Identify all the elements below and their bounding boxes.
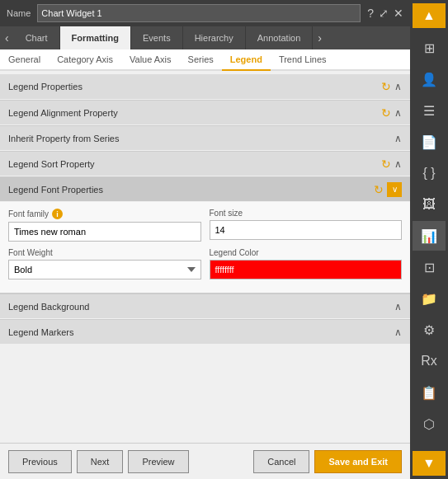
close-icon[interactable]: ✕ bbox=[394, 7, 403, 20]
font-weight-group: Font Weight Thin Light Normal Bold Bolde… bbox=[8, 248, 201, 279]
font-size-group: Font size bbox=[210, 209, 403, 242]
move-icon[interactable]: ⤢ bbox=[379, 7, 389, 20]
section-legend-alignment[interactable]: Legend Alignment Property ↻ ∧ bbox=[0, 100, 410, 124]
section-inherit-property[interactable]: Inherit Property from Series ∧ bbox=[0, 125, 410, 150]
legend-font-expanded: Font family i Font size Font Weight Thin… bbox=[0, 202, 410, 294]
header-icons: ? ⤢ ✕ bbox=[367, 7, 403, 20]
tab-prev-btn[interactable]: ‹ bbox=[0, 26, 14, 49]
name-label: Name bbox=[7, 8, 31, 18]
main-tab-bar: ‹ Chart Formatting Events Hierarchy Anno… bbox=[0, 26, 410, 49]
chevron-legend-background-icon[interactable]: ∧ bbox=[394, 301, 402, 312]
sidebar-table-icon[interactable]: ⊡ bbox=[413, 252, 446, 282]
sidebar-chart-icon[interactable]: 📊 bbox=[413, 221, 446, 251]
tab-series[interactable]: Series bbox=[180, 49, 222, 71]
footer: Previous Next Preview Cancel Save and Ex… bbox=[0, 443, 410, 479]
section-legend-sort[interactable]: Legend Sort Property ↻ ∧ bbox=[0, 151, 410, 176]
sidebar-grid-icon[interactable]: ⊞ bbox=[413, 33, 446, 63]
chevron-legend-properties-icon[interactable]: ∧ bbox=[394, 81, 402, 92]
tab-hierarchy[interactable]: Hierarchy bbox=[183, 26, 246, 49]
refresh-legend-sort-icon[interactable]: ↻ bbox=[381, 157, 391, 171]
sidebar-settings-icon[interactable]: ⚙ bbox=[413, 315, 446, 345]
font-family-group: Font family i bbox=[8, 209, 201, 242]
previous-button[interactable]: Previous bbox=[8, 450, 72, 473]
help-icon[interactable]: ? bbox=[367, 7, 374, 20]
font-family-input[interactable] bbox=[8, 222, 201, 242]
sidebar-image-icon[interactable]: 🖼 bbox=[413, 190, 446, 219]
sidebar-download-icon[interactable]: ▼ bbox=[413, 451, 446, 476]
legend-color-group: Legend Color ffffffff bbox=[210, 248, 403, 279]
tab-trend-lines[interactable]: Trend Lines bbox=[271, 49, 335, 71]
sidebar-code-icon[interactable]: { } bbox=[413, 158, 446, 188]
tab-next-btn[interactable]: › bbox=[313, 26, 327, 49]
sidebar-clipboard-icon[interactable]: 📋 bbox=[413, 378, 446, 407]
font-size-label: Font size bbox=[210, 209, 403, 218]
preview-button[interactable]: Preview bbox=[128, 450, 188, 473]
right-sidebar: ▲ ⊞ 👤 ☰ 📄 { } 🖼 📊 ⊡ 📁 ⚙ Rx 📋 ⬡ ▼ bbox=[410, 0, 448, 479]
sidebar-user-icon[interactable]: 👤 bbox=[413, 64, 446, 94]
cancel-button[interactable]: Cancel bbox=[253, 450, 309, 473]
font-family-label: Font family i bbox=[8, 209, 201, 219]
font-weight-row: Font Weight Thin Light Normal Bold Bolde… bbox=[8, 248, 402, 279]
section-legend-properties[interactable]: Legend Properties ↻ ∧ bbox=[0, 74, 410, 99]
chevron-inherit-property-icon[interactable]: ∧ bbox=[394, 133, 402, 144]
font-weight-label: Font Weight bbox=[8, 248, 201, 257]
sidebar-rx-icon[interactable]: Rx bbox=[413, 346, 446, 376]
section-legend-markers[interactable]: Legend Markers ∧ bbox=[0, 319, 410, 344]
save-exit-button[interactable]: Save and Exit bbox=[314, 450, 402, 473]
tab-annotation[interactable]: Annotation bbox=[246, 26, 314, 49]
chevron-legend-font-icon[interactable]: ∨ bbox=[387, 182, 402, 197]
header: Name ? ⤢ ✕ bbox=[0, 0, 410, 26]
tab-events[interactable]: Events bbox=[131, 26, 183, 49]
chevron-legend-markers-icon[interactable]: ∧ bbox=[394, 326, 402, 338]
tab-formatting[interactable]: Formatting bbox=[60, 26, 131, 49]
tab-value-axis[interactable]: Value Axis bbox=[121, 49, 180, 71]
tab-general[interactable]: General bbox=[0, 49, 49, 71]
chevron-legend-alignment-icon[interactable]: ∧ bbox=[394, 107, 402, 119]
font-family-row: Font family i Font size bbox=[8, 209, 402, 242]
refresh-legend-alignment-icon[interactable]: ↻ bbox=[381, 106, 391, 120]
tab-legend[interactable]: Legend bbox=[222, 49, 271, 71]
refresh-legend-properties-icon[interactable]: ↻ bbox=[381, 80, 391, 93]
sidebar-file-icon[interactable]: 📄 bbox=[413, 127, 446, 157]
refresh-legend-font-icon[interactable]: ↻ bbox=[374, 183, 384, 196]
sidebar-folder-icon[interactable]: 📁 bbox=[413, 284, 446, 313]
font-weight-select[interactable]: Thin Light Normal Bold Bolder bbox=[8, 260, 201, 279]
sidebar-list-icon[interactable]: ☰ bbox=[413, 96, 446, 125]
next-button[interactable]: Next bbox=[77, 450, 124, 473]
section-legend-font[interactable]: Legend Font Properties ↻ ∨ bbox=[0, 176, 410, 201]
sidebar-layers-icon[interactable]: ⬡ bbox=[413, 409, 446, 439]
content-area: Legend Properties ↻ ∧ Legend Alignment P… bbox=[0, 71, 410, 443]
tab-chart[interactable]: Chart bbox=[14, 26, 60, 49]
sub-tab-bar: General Category Axis Value Axis Series … bbox=[0, 49, 410, 71]
legend-color-swatch[interactable]: ffffffff bbox=[210, 260, 403, 279]
tab-category-axis[interactable]: Category Axis bbox=[49, 49, 121, 71]
legend-color-label: Legend Color bbox=[210, 248, 403, 257]
title-input[interactable] bbox=[37, 4, 361, 22]
sidebar-upload-icon[interactable]: ▲ bbox=[413, 3, 446, 28]
section-legend-background[interactable]: Legend Background ∧ bbox=[0, 294, 410, 318]
chevron-legend-sort-icon[interactable]: ∧ bbox=[394, 158, 402, 170]
font-size-input[interactable] bbox=[210, 220, 403, 240]
font-family-info-icon: i bbox=[52, 209, 63, 219]
